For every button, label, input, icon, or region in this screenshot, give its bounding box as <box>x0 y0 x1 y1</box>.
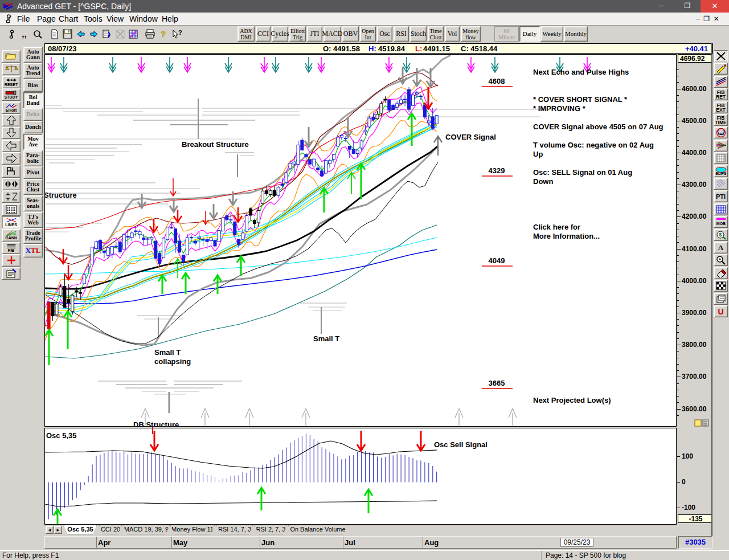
svg-text:3665: 3665 <box>489 379 505 387</box>
svg-text:Osc 5,35: Osc 5,35 <box>46 431 77 440</box>
svg-text:4608: 4608 <box>489 77 505 85</box>
svg-text:FIB: FIB <box>718 132 724 136</box>
svg-text:COVER Signal above 4505 on 07: COVER Signal above 4505 on 07 Aug <box>533 122 664 131</box>
svg-text:ELIPS: ELIPS <box>715 171 726 175</box>
svg-text:Next Projected Low(s): Next Projected Low(s) <box>533 396 611 404</box>
svg-text:Click here for: Click here for <box>533 223 580 231</box>
svg-text:Breakout Structure: Breakout Structure <box>182 140 249 149</box>
svg-text:Osc: SELL Signal on 01 Aug: Osc: SELL Signal on 01 Aug <box>533 168 632 177</box>
svg-text:Small T: Small T <box>313 334 339 343</box>
svg-text:Osc Sell Signal: Osc Sell Signal <box>434 440 488 449</box>
svg-text:Up: Up <box>533 150 543 158</box>
svg-text:COVER Signal: COVER Signal <box>445 133 496 141</box>
svg-text:More Information...: More Information... <box>533 232 600 240</box>
svg-text:?: ? <box>178 29 182 36</box>
svg-text:collapsing: collapsing <box>154 357 191 366</box>
svg-text:T volume Osc: negative on 02 A: T volume Osc: negative on 02 Aug <box>533 141 654 149</box>
svg-text:Small T: Small T <box>154 348 181 357</box>
svg-text:$: $ <box>719 232 722 238</box>
svg-text:* COVER SHORT SIGNAL *: * COVER SHORT SIGNAL * <box>533 95 628 104</box>
svg-text:MOB: MOB <box>716 222 725 226</box>
svg-text:Next Echo and Pulse Highs: Next Echo and Pulse Highs <box>533 68 629 76</box>
svg-text:4329: 4329 <box>489 166 505 175</box>
svg-text:4049: 4049 <box>489 256 505 265</box>
svg-text:* IMPROVING *: * IMPROVING * <box>533 104 586 113</box>
svg-text:Structure: Structure <box>45 191 77 199</box>
svg-text:DB Structure: DB Structure <box>133 420 179 426</box>
svg-text:Down: Down <box>533 177 553 186</box>
